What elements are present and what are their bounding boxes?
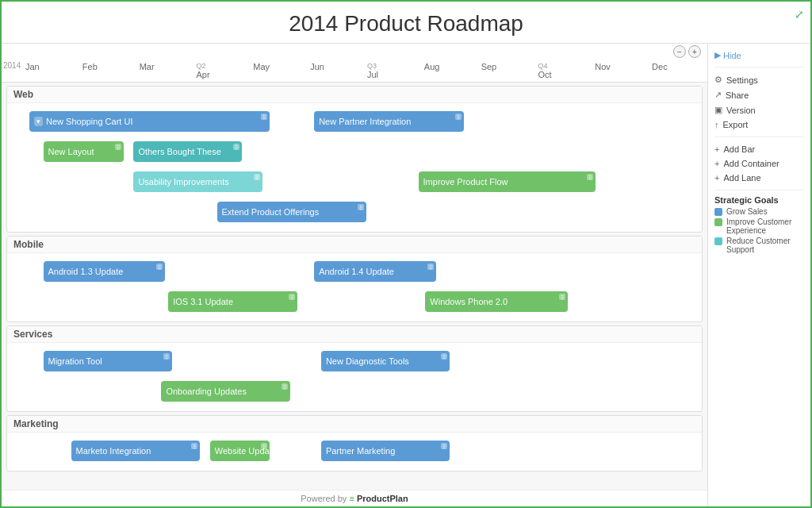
sidebar-item-version[interactable]: ▣Version	[714, 102, 804, 117]
month-label-may: May	[251, 61, 308, 80]
bar-label: Android 1.4 Update	[319, 267, 394, 276]
section-title-web: Web	[7, 87, 702, 103]
legend-label: Reduce Customer Support	[726, 237, 804, 254]
month-label-feb: Feb	[81, 61, 138, 80]
sidebar-icon: ▣	[714, 105, 722, 115]
month-label-mar: Mar	[138, 61, 195, 80]
section-web: Web▾New Shopping Cart UI⠿New Partner Int…	[6, 86, 703, 233]
bar-migration-tool[interactable]: Migration Tool⠿	[44, 351, 172, 371]
lane-mobile-0: Android 1.3 Update⠿Android 1.4 Update⠿	[7, 258, 702, 287]
zoom-in-button[interactable]: +	[688, 45, 701, 58]
title-bar: 2014 Product Roadmap ⤢	[2, 2, 810, 44]
bar-marketo-integration[interactable]: Marketo Integration⠿	[71, 441, 200, 461]
bar-label: New Shopping Cart UI	[46, 117, 132, 126]
bar-website-updates[interactable]: Website Updates⠿	[210, 441, 270, 461]
bar-new-partner-integration[interactable]: New Partner Integration⠿	[314, 111, 464, 132]
footer: Powered by ≡ ProductPlan	[2, 490, 707, 506]
legend-color	[714, 208, 722, 216]
month-label-jan: Jan	[24, 61, 81, 80]
bar-usability-improvements[interactable]: Usability Improvements⠿	[133, 171, 262, 192]
bar-windows-phone-2.0[interactable]: Windows Phone 2.0⠿	[425, 291, 568, 312]
legend-color	[714, 218, 722, 226]
bar-label: Android 1.3 Update	[48, 267, 124, 276]
year-label: 2014	[2, 61, 24, 80]
bar-handle: ⠿	[163, 353, 170, 360]
page-title: 2014 Product Roadmap	[2, 11, 810, 37]
sidebar-icon: +	[714, 159, 719, 168]
month-label-dec: Dec	[650, 61, 707, 80]
legend-label: Grow Sales	[726, 207, 768, 216]
sidebar-icon: +	[714, 144, 719, 154]
bar-extend-product-offerings[interactable]: Extend Product Offerings⠿	[217, 202, 367, 222]
brand-logo: ≡ ProductPlan	[349, 494, 408, 503]
bar-new-shopping-cart-ui[interactable]: ▾New Shopping Cart UI⠿	[29, 111, 270, 132]
bar-handle: ⠿	[254, 174, 260, 180]
section-lanes-mobile: Android 1.3 Update⠿Android 1.4 Update⠿IO…	[7, 253, 702, 321]
bar-new-diagnostic-tools[interactable]: New Diagnostic Tools⠿	[321, 351, 450, 371]
collapse-button[interactable]: ▾	[34, 117, 43, 126]
bar-android-1.3-update[interactable]: Android 1.3 Update⠿	[44, 261, 166, 282]
bar-android-1.4-update[interactable]: Android 1.4 Update⠿	[314, 261, 436, 282]
bar-new-layout[interactable]: New Layout⠿	[44, 141, 124, 162]
bar-label: Usability Improvements	[138, 177, 228, 187]
bar-label: Marketo Integration	[76, 446, 151, 456]
sidebar-item-add-lane[interactable]: +Add Lane	[714, 171, 804, 185]
bar-label: Windows Phone 2.0	[430, 297, 508, 306]
month-label-oct: Q4Oct	[536, 61, 593, 80]
month-header: 2014JanFebMarQ2AprMayJunQ3JulAugSepQ4Oct…	[2, 60, 707, 83]
month-label-nov: Nov	[593, 61, 650, 80]
bar-onboarding-updates[interactable]: Onboarding Updates⠿	[161, 381, 289, 402]
sidebar-icon: +	[714, 173, 719, 183]
bar-handle: ⠿	[559, 294, 565, 300]
lane-mobile-1: IOS 3.1 Update⠿Windows Phone 2.0⠿	[7, 288, 702, 317]
bar-handle: ⠿	[282, 383, 288, 390]
lane-web-3: Extend Product Offerings⠿	[7, 198, 702, 227]
timeline-area: − + 2014JanFebMarQ2AprMayJunQ3JulAugSepQ…	[2, 44, 707, 506]
bar-label: Partner Marketing	[326, 446, 395, 456]
sidebar-item-label: Export	[723, 120, 749, 129]
month-label-apr: Q2Apr	[194, 61, 251, 80]
bar-ios-3.1-update[interactable]: IOS 3.1 Update⠿	[168, 291, 297, 312]
sidebar-item-add-bar[interactable]: +Add Bar	[714, 142, 804, 156]
sidebar-item-export[interactable]: ↑Export	[714, 117, 804, 132]
bar-handle: ⠿	[289, 294, 295, 300]
main-area: − + 2014JanFebMarQ2AprMayJunQ3JulAugSepQ…	[2, 44, 810, 506]
bar-handle: ⠿	[427, 264, 434, 270]
lane-web-2: Usability Improvements⠿Improve Product F…	[7, 168, 702, 197]
lane-services-0: Migration Tool⠿New Diagnostic Tools⠿	[7, 348, 702, 376]
month-label-sep: Sep	[480, 61, 537, 80]
legend-label: Improve Customer Experience	[726, 217, 804, 235]
bar-handle: ⠿	[156, 264, 163, 270]
lane-marketing-0: Marketo Integration⠿Website Updates⠿Part…	[7, 437, 702, 466]
controls-row: − +	[2, 44, 707, 60]
bar-handle: ⠿	[455, 114, 462, 120]
section-mobile: MobileAndroid 1.3 Update⠿Android 1.4 Upd…	[6, 236, 703, 322]
month-label-jun: Jun	[308, 61, 366, 80]
section-lanes-web: ▾New Shopping Cart UI⠿New Partner Integr…	[7, 103, 702, 232]
bar-label: Others Bought These	[138, 147, 220, 156]
lane-web-0: ▾New Shopping Cart UI⠿New Partner Integr…	[7, 108, 702, 137]
sidebar-item-settings[interactable]: ⚙Settings	[714, 72, 804, 87]
bar-label: Onboarding Updates	[166, 387, 247, 396]
section-title-mobile: Mobile	[7, 237, 702, 253]
bar-label: New Partner Integration	[319, 117, 411, 126]
bar-label: Improve Product Flow	[423, 177, 508, 187]
expand-icon[interactable]: ⤢	[795, 8, 804, 21]
bar-handle: ⠿	[191, 443, 197, 449]
bar-label: Extend Product Offerings	[222, 207, 320, 217]
bar-others-bought-these[interactable]: Others Bought These⠿	[133, 141, 241, 162]
sidebar-item-label: Version	[726, 106, 756, 115]
sidebar-item-label: Add Bar	[723, 144, 755, 154]
sidebar-item-share[interactable]: ↗Share	[714, 87, 804, 102]
bar-label: IOS 3.1 Update	[173, 297, 233, 306]
section-marketing: MarketingMarketo Integration⠿Website Upd…	[6, 415, 703, 471]
sidebar-icon: ↗	[714, 90, 722, 100]
sidebar-item-add-container[interactable]: +Add Container	[714, 156, 804, 171]
bar-improve-product-flow[interactable]: Improve Product Flow⠿	[419, 171, 596, 192]
zoom-out-button[interactable]: −	[673, 45, 686, 58]
section-title-marketing: Marketing	[7, 416, 702, 433]
sidebar-icon: ↑	[714, 120, 719, 129]
bar-partner-marketing[interactable]: Partner Marketing⠿	[321, 441, 450, 461]
hide-sidebar-button[interactable]: ▶ Hide	[714, 50, 804, 60]
sections-container: Web▾New Shopping Cart UI⠿New Partner Int…	[2, 83, 707, 490]
